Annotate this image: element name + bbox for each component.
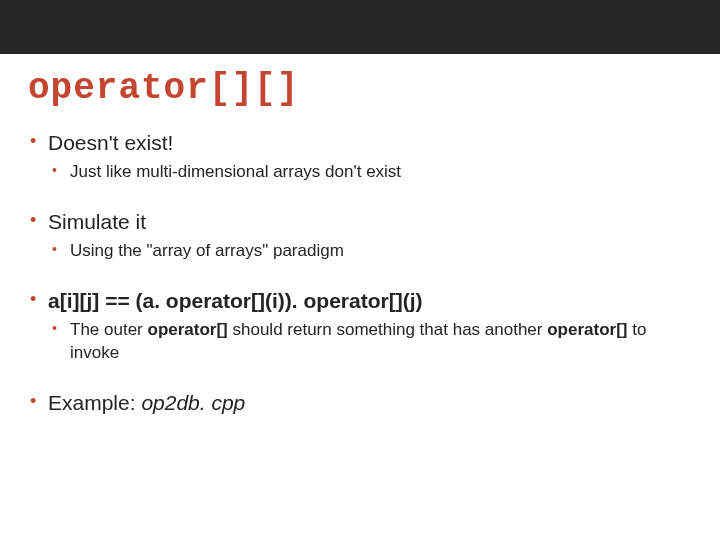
sub-bullet-text: Using the "array of arrays" paradigm bbox=[70, 241, 344, 260]
bullet-text-italic: op2db. cpp bbox=[141, 391, 245, 414]
title-bar bbox=[0, 0, 720, 54]
sub-bullet-bold: operator[] bbox=[148, 320, 228, 339]
sub-bullet-text-pre: The outer bbox=[70, 320, 148, 339]
bullet-text: Doesn't exist! bbox=[48, 131, 173, 154]
bullet-text-pre: Example: bbox=[48, 391, 141, 414]
sub-bullet-item: Using the "array of arrays" paradigm bbox=[48, 240, 692, 263]
bullet-text: a[i][j] == (a. operator[](i)). operator[… bbox=[48, 289, 423, 312]
sub-bullet-item: Just like multi-dimensional arrays don't… bbox=[48, 161, 692, 184]
bullet-item: a[i][j] == (a. operator[](i)). operator[… bbox=[28, 289, 692, 365]
bullet-item: Doesn't exist! Just like multi-dimension… bbox=[28, 131, 692, 184]
bullet-item: Simulate it Using the "array of arrays" … bbox=[28, 210, 692, 263]
sub-bullet-text: Just like multi-dimensional arrays don't… bbox=[70, 162, 401, 181]
bullet-item: Example: op2db. cpp bbox=[28, 391, 692, 415]
sub-bullet-item: The outer operator[] should return somet… bbox=[48, 319, 692, 365]
bullet-text: Simulate it bbox=[48, 210, 146, 233]
slide-content: operator[][] Doesn't exist! Just like mu… bbox=[0, 54, 720, 415]
sub-bullet-text-mid: should return something that has another bbox=[228, 320, 547, 339]
sub-bullet-bold: operator[] bbox=[547, 320, 627, 339]
slide-title: operator[][] bbox=[28, 68, 692, 109]
bullet-list: Doesn't exist! Just like multi-dimension… bbox=[28, 131, 692, 415]
